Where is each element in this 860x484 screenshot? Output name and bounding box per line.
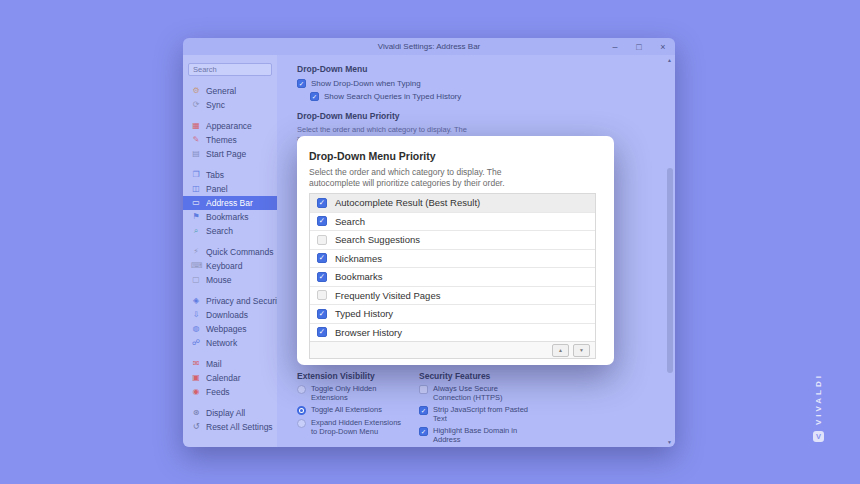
- titlebar: Vivaldi Settings: Address Bar – □ ×: [183, 38, 675, 55]
- keyboard-icon: ⌨: [191, 261, 201, 271]
- minimize-button[interactable]: –: [607, 40, 623, 54]
- priority-list-item[interactable]: Nicknames: [310, 249, 595, 268]
- sidebar-item-calendar[interactable]: ▣ Calendar: [183, 371, 277, 385]
- item-checkbox[interactable]: [317, 235, 327, 245]
- sync-icon: ⟳: [191, 100, 201, 110]
- sidebar-item-mouse[interactable]: ▢ Mouse: [183, 273, 277, 287]
- priority-list-item[interactable]: Search Suggestions: [310, 230, 595, 249]
- move-down-button[interactable]: ▼: [573, 344, 590, 357]
- sidebar-item-feeds[interactable]: ◉ Feeds: [183, 385, 277, 399]
- settings-sidebar: ⚙ General ⟳ Sync ▦ Appearance ✎: [183, 55, 277, 447]
- show-search-queries-checkbox[interactable]: [310, 92, 319, 101]
- content-scrollbar[interactable]: ▲ ▼: [665, 55, 675, 447]
- scroll-up-icon[interactable]: ▲: [665, 55, 674, 64]
- sidebar-item-appearance[interactable]: ▦ Appearance: [183, 119, 277, 133]
- sidebar-item-reset-all-settings[interactable]: ↺ Reset All Settings: [183, 420, 277, 434]
- item-checkbox[interactable]: [317, 216, 327, 226]
- sidebar-item-keyboard[interactable]: ⌨ Keyboard: [183, 259, 277, 273]
- sidebar-item-label: Keyboard: [206, 261, 242, 271]
- checkbox-label: Show Search Queries in Typed History: [324, 92, 461, 101]
- quick-commands-icon: ⚡: [191, 247, 201, 257]
- bookmarks-icon: ⚑: [191, 212, 201, 222]
- scrollbar-thumb[interactable]: [667, 168, 673, 373]
- priority-list-item[interactable]: Typed History: [310, 304, 595, 323]
- item-checkbox[interactable]: [317, 290, 327, 300]
- priority-list-item[interactable]: Search: [310, 212, 595, 231]
- sidebar-item-start-page[interactable]: ▤ Start Page: [183, 147, 277, 161]
- sidebar-item-label: Network: [206, 338, 237, 348]
- sidebar-item-address-bar[interactable]: ▭ Address Bar: [183, 196, 277, 210]
- feeds-icon: ◉: [191, 387, 201, 397]
- gear-icon: ⊛: [191, 408, 201, 418]
- mail-icon: ✉: [191, 359, 201, 369]
- toggle-all-extensions-radio[interactable]: [297, 406, 306, 415]
- sidebar-group-appearance: ▦ Appearance ✎ Themes ▤ Start Page: [183, 119, 277, 161]
- expand-hidden-extensions-radio[interactable]: [297, 419, 306, 428]
- sidebar-item-label: Calendar: [206, 373, 241, 383]
- dialog-description: Select the order and which category to d…: [309, 167, 543, 188]
- search-icon: ⌕: [191, 226, 201, 236]
- sidebar-item-display-all[interactable]: ⊛ Display All: [183, 406, 277, 420]
- dialog-title: Drop-Down Menu Priority: [309, 150, 614, 162]
- item-label: Search: [335, 216, 365, 227]
- appearance-icon: ▦: [191, 121, 201, 131]
- sidebar-item-bookmarks[interactable]: ⚑ Bookmarks: [183, 210, 277, 224]
- extension-visibility-section: Extension Visibility Toggle Only Hidden …: [297, 371, 419, 444]
- sidebar-item-label: Start Page: [206, 149, 246, 159]
- show-dropdown-checkbox[interactable]: [297, 79, 306, 88]
- move-up-button[interactable]: ▲: [552, 344, 569, 357]
- sidebar-item-label: Display All: [206, 408, 245, 418]
- sidebar-group-browsing: ❐ Tabs ◫ Panel ▭ Address Bar ⚑ Bookmarks: [183, 168, 277, 238]
- sidebar-item-label: Downloads: [206, 310, 248, 320]
- sidebar-item-general[interactable]: ⚙ General: [183, 84, 277, 98]
- network-icon: ☍: [191, 338, 201, 348]
- https-checkbox[interactable]: [419, 385, 428, 394]
- priority-list-item[interactable]: Bookmarks: [310, 267, 595, 286]
- sidebar-item-quick-commands[interactable]: ⚡ Quick Commands: [183, 245, 277, 259]
- sidebar-item-tabs[interactable]: ❐ Tabs: [183, 168, 277, 182]
- sidebar-item-label: Address Bar: [206, 198, 253, 208]
- sidebar-item-panel[interactable]: ◫ Panel: [183, 182, 277, 196]
- sidebar-item-themes[interactable]: ✎ Themes: [183, 133, 277, 147]
- section-heading: Drop-Down Menu Priority: [297, 111, 577, 121]
- sidebar-item-mail[interactable]: ✉ Mail: [183, 357, 277, 371]
- scroll-down-icon[interactable]: ▼: [665, 437, 674, 446]
- checkbox-label: Always Use Secure Connection (HTTPS): [433, 385, 529, 402]
- highlight-base-domain-checkbox[interactable]: [419, 427, 428, 436]
- window-title: Vivaldi Settings: Address Bar: [183, 42, 675, 51]
- sidebar-item-label: Privacy and Security: [206, 296, 283, 306]
- sidebar-item-downloads[interactable]: ⇩ Downloads: [183, 308, 277, 322]
- strip-javascript-checkbox[interactable]: [419, 406, 428, 415]
- sidebar-item-sync[interactable]: ⟳ Sync: [183, 98, 277, 112]
- sidebar-item-network[interactable]: ☍ Network: [183, 336, 277, 350]
- checkbox-label: Show Drop-Down when Typing: [311, 79, 421, 88]
- sidebar-item-webpages[interactable]: ◍ Webpages: [183, 322, 277, 336]
- general-icon: ⚙: [191, 86, 201, 96]
- maximize-button[interactable]: □: [631, 40, 647, 54]
- close-button[interactable]: ×: [655, 40, 671, 54]
- sidebar-item-label: Reset All Settings: [206, 422, 273, 432]
- download-icon: ⇩: [191, 310, 201, 320]
- item-checkbox[interactable]: [317, 253, 327, 263]
- sidebar-search-input[interactable]: [188, 63, 272, 76]
- sidebar-item-label: Themes: [206, 135, 237, 145]
- dropdown-priority-dialog: Drop-Down Menu Priority Select the order…: [297, 136, 614, 365]
- sidebar-item-search[interactable]: ⌕ Search: [183, 224, 277, 238]
- sidebar-group-misc: ⊛ Display All ↺ Reset All Settings: [183, 406, 277, 434]
- item-checkbox[interactable]: [317, 198, 327, 208]
- priority-list-item[interactable]: Frequently Visited Pages: [310, 286, 595, 305]
- security-features-section: Security Features Always Use Secure Conn…: [419, 371, 541, 444]
- item-checkbox[interactable]: [317, 272, 327, 282]
- item-checkbox[interactable]: [317, 309, 327, 319]
- sidebar-item-privacy-and-security[interactable]: ◈ Privacy and Security: [183, 294, 277, 308]
- toggle-only-hidden-radio[interactable]: [297, 385, 306, 394]
- priority-list-item[interactable]: Browser History: [310, 323, 595, 342]
- item-label: Bookmarks: [335, 271, 383, 282]
- item-checkbox[interactable]: [317, 327, 327, 337]
- priority-list-item[interactable]: Autocomplete Result (Best Result): [310, 194, 595, 212]
- item-label: Browser History: [335, 327, 402, 338]
- mouse-icon: ▢: [191, 275, 201, 285]
- radio-label: Toggle All Extensions: [311, 406, 382, 415]
- sidebar-item-label: Panel: [206, 184, 228, 194]
- sidebar-item-label: Tabs: [206, 170, 224, 180]
